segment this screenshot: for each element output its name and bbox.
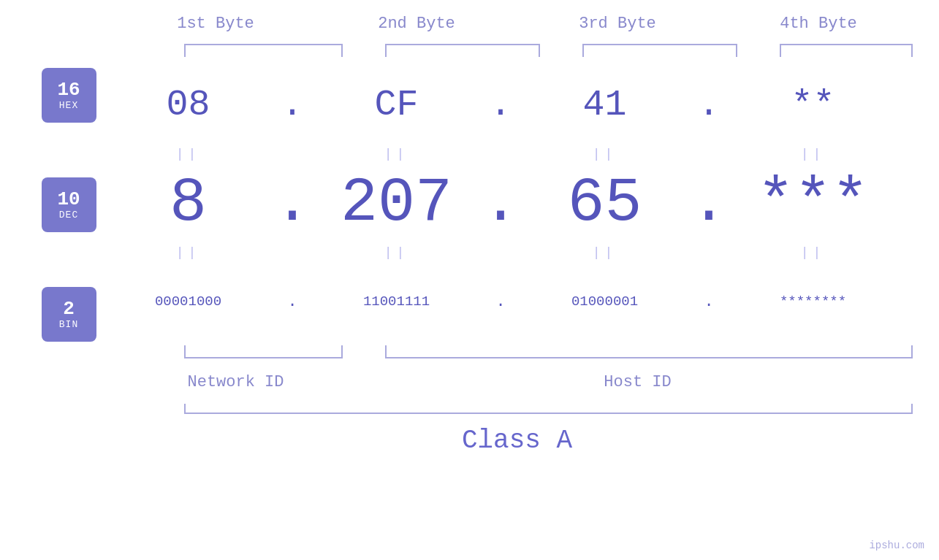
eq-2-2: ||: [311, 245, 482, 260]
top-brackets: [115, 39, 919, 61]
byte-headers: 1st Byte 2nd Byte 3rd Byte 4th Byte: [115, 15, 919, 33]
dec-sep-2: .: [482, 168, 519, 239]
byte-header-2: 2nd Byte: [336, 15, 497, 33]
hex-val-4: **: [727, 84, 899, 126]
badge-bin: 2 BIN: [42, 287, 96, 342]
bin-val-4: ********: [727, 294, 899, 310]
eq-row-2: || || || ||: [102, 239, 939, 265]
hex-val-1: 08: [102, 84, 274, 126]
badge-hex: 16 HEX: [42, 68, 96, 123]
bin-sep-1: .: [274, 293, 311, 311]
bottom-brackets: [115, 342, 919, 364]
eq-1-4: ||: [727, 147, 899, 161]
dec-row: 8 . 207 . 65 . ***: [102, 166, 939, 239]
dec-val-4: ***: [727, 168, 899, 239]
bin-val-2: 11001111: [311, 294, 482, 310]
network-id-label: Network ID: [141, 373, 331, 391]
dec-sep-3: .: [691, 168, 727, 239]
main-container: 1st Byte 2nd Byte 3rd Byte 4th Byte 16 H…: [0, 0, 939, 560]
hex-sep-3: .: [691, 84, 727, 126]
bin-row: 00001000 . 11001111 . 01000001 . *******…: [102, 265, 939, 338]
hex-row: 08 . CF . 41 . **: [102, 68, 939, 141]
dec-val-1: 8: [102, 168, 274, 239]
eq-1-3: ||: [519, 147, 691, 161]
values-container: 08 . CF . 41 . ** || || || || 8 .: [102, 61, 939, 342]
hex-val-3: 41: [519, 84, 691, 126]
dec-val-2: 207: [311, 168, 482, 239]
bin-sep-3: .: [691, 293, 727, 311]
watermark: ipshu.com: [869, 540, 924, 551]
host-id-label: Host ID: [382, 373, 894, 391]
hex-val-2: CF: [311, 84, 482, 126]
byte-header-4: 4th Byte: [738, 15, 899, 33]
left-badges: 16 HEX 10 DEC 2 BIN: [0, 61, 102, 342]
byte-header-3: 3rd Byte: [537, 15, 698, 33]
eq-1-2: ||: [311, 147, 482, 161]
dec-val-3: 65: [519, 168, 691, 239]
hex-sep-1: .: [274, 84, 311, 126]
eq-2-1: ||: [102, 245, 274, 260]
eq-2-3: ||: [519, 245, 691, 260]
byte-header-1: 1st Byte: [135, 15, 296, 33]
eq-2-4: ||: [727, 245, 899, 260]
bin-val-3: 01000001: [519, 294, 691, 310]
class-label: Class A: [115, 418, 919, 462]
class-bracket: [115, 400, 919, 415]
content-area: 16 HEX 10 DEC 2 BIN 08 . CF . 41: [0, 61, 939, 342]
bin-sep-2: .: [482, 293, 519, 311]
hex-sep-2: .: [482, 84, 519, 126]
badge-dec: 10 DEC: [42, 177, 96, 232]
dec-sep-1: .: [274, 168, 311, 239]
id-labels-row: Network ID Host ID: [115, 364, 919, 400]
eq-1-1: ||: [102, 147, 274, 161]
eq-row-1: || || || ||: [102, 141, 939, 166]
bin-val-1: 00001000: [102, 294, 274, 310]
